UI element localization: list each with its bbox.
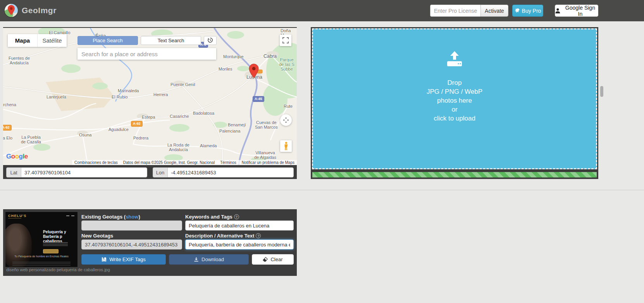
description-help-icon[interactable] (256, 233, 261, 238)
thumb-logo: CHELU'S (8, 214, 27, 218)
map-label: Osuna (79, 133, 91, 137)
write-exif-button[interactable]: Write EXIF Tags (81, 254, 166, 265)
google-signin-button[interactable]: Google Sign In (555, 5, 598, 17)
dropzone-text-line: or (427, 105, 482, 114)
description-label-text: Description / Alternative Text (185, 233, 254, 239)
attribution-item[interactable]: Notificar un problema de Maps (242, 160, 294, 165)
photo-dropzone[interactable]: DropJPG / PNG / WebPphotos hereorclick t… (312, 28, 597, 169)
map-label: La Roda de Andalucía (167, 143, 189, 152)
fullscreen-button[interactable] (280, 34, 291, 46)
buy-pro-button[interactable]: Buy Pro (512, 5, 543, 17)
pan-control[interactable] (280, 114, 292, 126)
keywords-input[interactable] (185, 220, 294, 231)
search-history-button[interactable] (204, 36, 217, 45)
thumb-portrait (5, 224, 32, 267)
thumb-heading: Peluquería y Barbería p caballeros (43, 230, 77, 244)
map-label: Casariche (170, 114, 189, 119)
upload-panel: DropJPG / PNG / WebPphotos hereorclick t… (311, 27, 598, 179)
map-label: A-45 (253, 96, 264, 102)
place-search-tab[interactable]: Place Search (77, 36, 138, 45)
map-label: Estepa (142, 115, 155, 119)
map-label: Puente Genil (170, 82, 195, 87)
attribution-item[interactable]: Combinaciones de teclas (74, 160, 118, 165)
logo-pin-icon (8, 5, 15, 15)
eraser-icon (263, 257, 268, 262)
map-type-satellite-button[interactable]: Satélite (37, 34, 67, 47)
map-type-control: Mapa Satélite (8, 34, 67, 47)
thumb-cta-button (43, 249, 59, 253)
new-geotags-label: New Geotags (81, 233, 113, 239)
keywords-help-icon[interactable] (234, 214, 239, 219)
thumb-tagline: Tu Peluquería de hombre en Encinas Reale… (5, 255, 77, 258)
attribution-item[interactable]: Términos (220, 160, 236, 165)
google-logo-letter: G (6, 153, 11, 160)
map-marker-icon[interactable] (248, 64, 259, 78)
app-brand: GeoImgr (5, 4, 57, 17)
history-icon (207, 37, 213, 43)
thumb-footer-lines (12, 262, 71, 262)
description-label: Description / Alternative Text (185, 233, 261, 239)
map-panel: El CampilloÉcijaDoña MeFuentes de Andalu… (3, 27, 297, 179)
app-title: GeoImgr (22, 6, 57, 15)
map-label: Benamejí (228, 122, 246, 127)
dropzone-text-line: click to upload (427, 114, 482, 123)
keywords-label-text: Keywords and Tags (185, 214, 232, 220)
map-canvas[interactable]: El CampilloÉcijaDoña MeFuentes de Andalu… (3, 28, 297, 165)
photo-filename: diseño web personalizado peluqueria de c… (6, 267, 110, 272)
save-icon (102, 257, 107, 262)
write-exif-label: Write EXIF Tags (109, 257, 145, 262)
rocket-icon (515, 8, 520, 13)
lat-input[interactable] (21, 167, 147, 177)
thumb-logo-underline (8, 218, 21, 219)
latitude-group: Lat (6, 167, 147, 177)
description-input[interactable] (185, 239, 294, 250)
map-label: Pedrera (133, 136, 148, 140)
show-link[interactable]: show (126, 214, 138, 220)
text-search-tab[interactable]: Text Search (141, 36, 201, 45)
upload-progress-track (312, 172, 597, 177)
google-logo-letter: g (19, 153, 23, 160)
buy-pro-label: Buy Pro (522, 8, 541, 14)
upload-icon (444, 51, 465, 67)
pegman-icon (284, 142, 289, 150)
search-mode-tabs: Place Search Text Search (77, 36, 217, 45)
google-logo[interactable]: Google (6, 153, 28, 160)
map-label: Cuevas de San Marcos (255, 120, 278, 129)
keywords-label: Keywords and Tags (185, 214, 239, 220)
fullscreen-icon (282, 37, 289, 43)
map-label: Monturque (223, 54, 244, 59)
lon-input[interactable] (167, 167, 294, 177)
map-label: archena (3, 102, 16, 107)
longitude-group: Lon (153, 167, 294, 177)
attribution-item[interactable]: Datos del mapa ©2025 Google, Inst. Geogr… (123, 160, 215, 165)
scrollbar-thumb[interactable] (600, 86, 603, 97)
map-label: Marinaleda (118, 88, 139, 93)
map-label: Palenciana (219, 129, 240, 133)
activate-button[interactable]: Activate (480, 5, 508, 17)
map-label: Lantejuela (46, 95, 66, 99)
clear-label: Clear (270, 257, 282, 262)
map-label: Fuentes de Andalucía (9, 56, 30, 65)
existing-geotags-label: Existing Geotags (show) (81, 214, 140, 220)
section-divider (0, 190, 644, 190)
coordinates-row: Lat Lon (6, 167, 294, 177)
map-label: Cabra (263, 53, 277, 59)
place-search-input[interactable] (77, 48, 216, 60)
download-label: Download (201, 257, 224, 262)
dropzone-text-line: Drop (427, 78, 482, 87)
map-label: A-92 (3, 125, 12, 131)
existing-geotags-input[interactable] (81, 220, 182, 231)
map-label: Alameda (200, 143, 217, 148)
photo-thumbnail[interactable]: CHELU'S Peluquería y Barbería p caballer… (5, 212, 77, 267)
pan-arrows-icon (282, 117, 289, 124)
header-bar: GeoImgr Activate Buy Pro Google Sign In (0, 0, 644, 21)
google-logo-letter: o (11, 153, 15, 160)
map-type-map-button[interactable]: Mapa (8, 34, 37, 47)
map-label: Aguadulce (108, 127, 129, 132)
pro-license-input[interactable] (430, 5, 480, 17)
pegman-control[interactable] (280, 140, 292, 152)
download-button[interactable]: Download (169, 254, 249, 265)
new-geotags-input[interactable] (81, 239, 182, 250)
clear-button[interactable]: Clear (252, 254, 294, 265)
thumb-paragraph-lines (43, 242, 68, 243)
